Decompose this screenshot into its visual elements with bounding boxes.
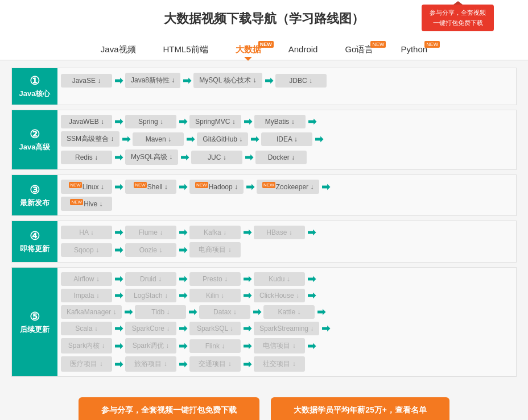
item-button[interactable]: HBase ↓: [254, 226, 305, 239]
item-button[interactable]: 交通项目 ↓: [189, 356, 241, 372]
item-button[interactable]: Scala ↓: [61, 322, 112, 335]
arrow-end-icon: ➡: [307, 340, 316, 352]
nav-item-html5[interactable]: HTML5前端: [161, 40, 211, 60]
section-name: 即将更新: [20, 244, 50, 254]
item-button[interactable]: NEWHive ↓: [61, 197, 112, 211]
section-name: Java高级: [19, 142, 51, 152]
item-button[interactable]: JavaWEB ↓: [61, 115, 112, 128]
item-button[interactable]: Redis ↓: [61, 151, 112, 164]
item-button[interactable]: Flume ↓: [125, 226, 176, 239]
item-button[interactable]: SpringMVC ↓: [189, 115, 241, 128]
new-badge: NEW: [370, 41, 386, 48]
item-button[interactable]: 电商项目 ↓: [189, 242, 241, 257]
item-button[interactable]: JavaSE ↓: [61, 74, 112, 88]
item-button[interactable]: SparkStreaming ↓: [254, 322, 319, 335]
item-button[interactable]: HA ↓: [61, 226, 112, 239]
item-button[interactable]: Sqoop ↓: [61, 243, 112, 257]
item-button[interactable]: LogStach ↓: [125, 289, 176, 302]
arrow-icon: ➡: [114, 322, 123, 335]
item-button[interactable]: JDBC ↓: [275, 74, 327, 88]
items-row: Airflow ↓➡Druid ↓➡Presto ↓➡Kudu ↓➡: [61, 272, 513, 286]
item-button[interactable]: Kudu ↓: [254, 272, 305, 286]
arrow-end-icon: ➡: [317, 306, 325, 318]
top-banner: 大数据视频下载导航（学习路线图） 参与分享，全套视频 一键打包免费下载: [0, 0, 528, 33]
item-button[interactable]: MySQL 核心技术 ↓: [193, 73, 262, 88]
item-button[interactable]: MyBatis ↓: [254, 115, 306, 128]
arrow-icon: ➡: [124, 306, 133, 318]
item-button[interactable]: 社交项目 ↓: [254, 356, 305, 372]
item-button[interactable]: 医疗项目 ↓: [61, 356, 112, 372]
arrow-end-icon: ➡: [307, 289, 316, 302]
items-row: KafkaManager ↓➡Tidb ↓➡Datax ↓➡Kattle ↓➡: [61, 305, 513, 319]
item-button[interactable]: Flink ↓: [189, 339, 241, 353]
item-button[interactable]: Impala ↓: [61, 289, 112, 302]
arrow-icon: ➡: [243, 322, 251, 335]
arrow-end-icon: ➡: [307, 226, 316, 239]
arrow-icon: ➡: [114, 289, 123, 302]
item-button[interactable]: IDEA ↓: [261, 132, 312, 146]
arrow-icon: ➡: [179, 289, 187, 302]
item-button[interactable]: Datax ↓: [199, 305, 250, 319]
item-button[interactable]: NEWZookeeper ↓: [257, 180, 319, 194]
ribbon-button[interactable]: 参与分享，全套视频 一键打包免费下载: [422, 5, 494, 31]
share-btn[interactable]: 参与分享，全套视频一键打包免费下载: [79, 397, 259, 420]
arrow-icon: ➡: [244, 115, 252, 128]
section-label-s3: ③最新发布: [12, 175, 57, 215]
nav-bar: Java视频HTML5前端大数据NEWAndroidGo语言NEWPythonN…: [0, 33, 528, 61]
item-button[interactable]: Kafka ↓: [189, 226, 241, 239]
item-button[interactable]: Maven ↓: [133, 132, 184, 146]
arrow-icon: ➡: [179, 226, 187, 239]
nav-item-android[interactable]: Android: [286, 40, 320, 60]
arrow-icon: ➡: [243, 226, 251, 239]
item-button[interactable]: MySQL高级 ↓: [125, 149, 178, 165]
section-content-s4: HA ↓➡Flume ↓➡Kafka ↓➡HBase ↓➡Sqoop ↓➡Ooz…: [57, 221, 516, 262]
item-button[interactable]: Airflow ↓: [61, 272, 112, 286]
item-button[interactable]: SparkCore ↓: [125, 322, 176, 335]
arrow-icon: ➡: [183, 74, 191, 87]
item-button[interactable]: SparkSQL ↓: [189, 322, 241, 335]
item-button[interactable]: JUC ↓: [191, 151, 242, 164]
item-button[interactable]: NEWHadoop ↓: [189, 180, 244, 194]
arrow-icon: ➡: [243, 358, 251, 371]
items-row: Sqoop ↓➡Oozie ↓➡电商项目 ↓: [61, 242, 513, 257]
item-button[interactable]: Kattle ↓: [263, 305, 315, 319]
nav-item-bigdata[interactable]: 大数据NEW: [233, 40, 263, 60]
salary-btn[interactable]: 大数据学员平均年薪25万+，查看名单: [271, 397, 449, 420]
arrow-icon: ➡: [186, 133, 195, 145]
item-button[interactable]: Docker ↓: [255, 151, 307, 164]
arrow-icon: ➡: [114, 226, 123, 239]
items-row: NEWLinux ↓➡NEWShell ↓➡NEWHadoop ↓➡NEWZoo…: [61, 180, 513, 194]
item-button[interactable]: Java8新特性 ↓: [125, 73, 180, 88]
item-button[interactable]: Tidb ↓: [135, 305, 186, 319]
arrow-icon: ➡: [114, 181, 123, 193]
items-row: SSM高级整合 ↓➡Maven ↓➡Git&GitHub ↓➡IDEA ↓➡: [61, 131, 513, 147]
arrow-icon: ➡: [250, 133, 259, 145]
item-button[interactable]: Presto ↓: [189, 272, 241, 286]
section-num: ③: [30, 183, 40, 197]
item-button[interactable]: Spark内核 ↓: [61, 338, 112, 354]
nav-item-go[interactable]: Go语言NEW: [343, 40, 376, 60]
arrow-icon: ➡: [114, 244, 123, 256]
item-button[interactable]: SSM高级整合 ↓: [61, 131, 119, 147]
item-button[interactable]: Spark调优 ↓: [125, 338, 176, 354]
item-button[interactable]: Kilin ↓: [189, 289, 241, 302]
section-s2: ②Java高级JavaWEB ↓➡Spring ↓➡SpringMVC ↓➡My…: [11, 110, 517, 170]
nav-item-python[interactable]: PythonNEW: [398, 40, 430, 60]
item-button[interactable]: NEWShell ↓: [125, 180, 176, 194]
arrow-end-icon: ➡: [321, 322, 330, 335]
section-label-s4: ④即将更新: [12, 221, 57, 262]
item-button[interactable]: ClickHouse ↓: [254, 289, 305, 302]
arrow-icon: ➡: [114, 115, 123, 128]
item-button[interactable]: Druid ↓: [125, 272, 176, 286]
nav-item-java[interactable]: Java视频: [98, 40, 138, 60]
item-button[interactable]: Spring ↓: [125, 115, 176, 128]
arrow-icon: ➡: [179, 358, 187, 371]
arrow-icon: ➡: [179, 244, 187, 256]
item-button[interactable]: 旅游项目 ↓: [125, 356, 176, 372]
arrow-icon: ➡: [245, 151, 253, 164]
item-button[interactable]: Oozie ↓: [125, 243, 176, 257]
item-button[interactable]: Git&GitHub ↓: [197, 132, 248, 146]
item-button[interactable]: NEWLinux ↓: [61, 180, 112, 194]
item-button[interactable]: 电信项目 ↓: [254, 338, 305, 354]
item-button[interactable]: KafkaManager ↓: [61, 305, 122, 319]
